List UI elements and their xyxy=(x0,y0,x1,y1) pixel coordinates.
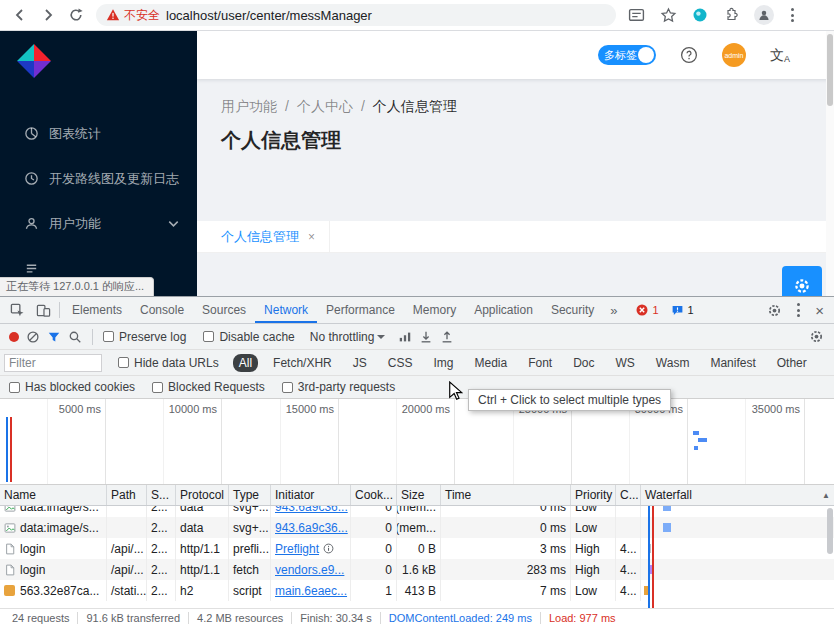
chip-manifest[interactable]: Manifest xyxy=(704,354,761,372)
devtools-close-icon[interactable]: × xyxy=(815,303,824,318)
bookmark-star-icon[interactable] xyxy=(660,7,677,24)
devtools-tab-application[interactable]: Application xyxy=(465,297,542,323)
user-avatar[interactable]: admin xyxy=(722,43,746,67)
search-icon[interactable] xyxy=(68,330,82,344)
filter-funnel-icon[interactable] xyxy=(47,330,61,344)
chip-font[interactable]: Font xyxy=(522,354,558,372)
not-secure-warning-icon[interactable] xyxy=(106,8,120,22)
sidebar-item-chart-stats[interactable]: 图表统计 xyxy=(0,111,197,156)
column-header-priority[interactable]: Priority xyxy=(571,485,616,505)
table-row[interactable]: login /api/... 2... http/1.1 fetch vendo… xyxy=(0,559,834,580)
column-header-cookies[interactable]: Cook... xyxy=(351,485,397,505)
breadcrumb-item[interactable]: 用户功能 xyxy=(221,98,277,116)
chip-all[interactable]: All xyxy=(233,354,258,372)
page-tab-active[interactable]: 个人信息管理 × xyxy=(221,221,330,252)
table-row[interactable]: 563.32e87ca... /stati... 2... h2 script … xyxy=(0,580,834,601)
checkbox[interactable] xyxy=(118,357,129,368)
console-errors-badge[interactable]: 1 xyxy=(636,304,658,316)
translate-page-icon[interactable] xyxy=(628,7,645,24)
hide-data-urls-checkbox[interactable]: Hide data URLs xyxy=(118,356,219,370)
chip-other[interactable]: Other xyxy=(771,354,813,372)
forward-button[interactable] xyxy=(34,1,62,29)
breadcrumb-item[interactable]: 个人中心 xyxy=(277,98,353,116)
sidebar-item-user-functions[interactable]: 用户功能 xyxy=(0,201,197,246)
network-filter-input[interactable] xyxy=(4,354,102,372)
network-overview-timeline[interactable]: 5000 ms 10000 ms 15000 ms 20000 ms 25000… xyxy=(0,399,834,485)
column-header-path[interactable]: Path xyxy=(107,485,147,505)
devtools-tab-elements[interactable]: Elements xyxy=(63,297,131,323)
initiator-link[interactable]: 943.6a9c36... xyxy=(275,521,348,535)
extensions-puzzle-icon[interactable] xyxy=(723,7,739,23)
initiator-link[interactable]: Preflight xyxy=(275,542,319,556)
throttling-dropdown[interactable]: No throttling xyxy=(310,330,386,344)
devtools-tab-network[interactable]: Network xyxy=(255,297,317,323)
multi-tab-toggle[interactable]: 多标签 xyxy=(598,45,656,65)
back-button[interactable] xyxy=(6,1,34,29)
devtools-tab-sources[interactable]: Sources xyxy=(193,297,255,323)
devtools-tab-performance[interactable]: Performance xyxy=(317,297,404,323)
checkbox[interactable] xyxy=(9,382,20,393)
initiator-link[interactable]: main.6eaec... xyxy=(275,584,347,598)
issues-badge[interactable]: 1 xyxy=(671,304,694,317)
table-row[interactable]: data:image/s... 2... data svg+... 943.6a… xyxy=(0,517,834,538)
devtools-tab-console[interactable]: Console xyxy=(131,297,193,323)
column-header-protocol[interactable]: Protocol xyxy=(176,485,229,505)
not-secure-label[interactable]: 不安全 xyxy=(124,7,160,24)
chip-css[interactable]: CSS xyxy=(382,354,419,372)
checkbox[interactable] xyxy=(282,382,293,393)
preserve-log-checkbox[interactable]: Preserve log xyxy=(103,330,186,344)
chip-doc[interactable]: Doc xyxy=(567,354,600,372)
chip-wasm[interactable]: Wasm xyxy=(650,354,696,372)
chip-js[interactable]: JS xyxy=(347,354,373,372)
devtools-tab-security[interactable]: Security xyxy=(542,297,603,323)
export-har-icon[interactable] xyxy=(440,330,454,344)
browser-profile-avatar[interactable] xyxy=(754,5,774,25)
inspect-element-button[interactable] xyxy=(4,297,30,323)
more-tabs-icon[interactable]: » xyxy=(603,303,624,318)
language-switch-icon[interactable]: 文A xyxy=(770,48,790,62)
table-row[interactable]: data:image/s... 2... data svg+... 943.6a… xyxy=(0,506,834,517)
chip-img[interactable]: Img xyxy=(427,354,459,372)
browser-menu-icon[interactable] xyxy=(789,6,796,24)
network-conditions-icon[interactable] xyxy=(398,330,412,344)
clear-network-log-icon[interactable] xyxy=(26,330,40,344)
chip-ws[interactable]: WS xyxy=(610,354,641,372)
help-icon[interactable] xyxy=(680,46,698,64)
chip-fetch-xhr[interactable]: Fetch/XHR xyxy=(267,354,338,372)
checkbox[interactable] xyxy=(152,382,163,393)
sidebar-item-roadmap[interactable]: 开发路线图及更新日志 xyxy=(0,156,197,201)
theme-settings-button[interactable] xyxy=(782,266,822,296)
table-scrollbar-thumb[interactable] xyxy=(827,508,833,554)
page-scrollbar-thumb[interactable] xyxy=(827,34,833,106)
column-header-time[interactable]: Time xyxy=(441,485,571,505)
chip-media[interactable]: Media xyxy=(468,354,513,372)
tab-close-icon[interactable]: × xyxy=(308,230,315,244)
pinned-extension-icon[interactable] xyxy=(692,7,708,23)
checkbox[interactable] xyxy=(103,331,114,342)
record-network-log-button[interactable] xyxy=(9,332,19,342)
network-settings-gear-icon[interactable] xyxy=(809,329,824,344)
column-header-waterfall[interactable]: Waterfall ▲ xyxy=(641,485,834,505)
has-blocked-cookies-checkbox[interactable]: Has blocked cookies xyxy=(9,380,135,394)
devtools-menu-icon[interactable] xyxy=(795,301,802,319)
table-row[interactable]: login /api/... 2... http/1.1 prefli... P… xyxy=(0,538,834,559)
devtools-tab-memory[interactable]: Memory xyxy=(404,297,465,323)
third-party-requests-checkbox[interactable]: 3rd-party requests xyxy=(282,380,395,394)
initiator-link[interactable]: vendors.e9... xyxy=(275,563,344,577)
checkbox[interactable] xyxy=(203,331,214,342)
column-header-status[interactable]: S... xyxy=(147,485,176,505)
import-har-icon[interactable] xyxy=(419,330,433,344)
devtools-settings-gear-icon[interactable] xyxy=(767,303,782,318)
address-bar[interactable]: 不安全 localhost/user/center/messManager xyxy=(96,4,616,26)
column-header-connection[interactable]: C... xyxy=(616,485,641,505)
column-header-size[interactable]: Size xyxy=(397,485,441,505)
blocked-requests-checkbox[interactable]: Blocked Requests xyxy=(152,380,265,394)
device-toolbar-button[interactable] xyxy=(30,297,56,323)
column-header-type[interactable]: Type xyxy=(229,485,271,505)
column-header-initiator[interactable]: Initiator xyxy=(271,485,351,505)
column-header-name[interactable]: Name xyxy=(0,485,107,505)
disable-cache-checkbox[interactable]: Disable cache xyxy=(203,330,294,344)
reload-button[interactable] xyxy=(62,1,90,29)
page-scrollbar[interactable] xyxy=(826,31,834,296)
initiator-link[interactable]: 943.6a9c36... xyxy=(275,506,348,514)
